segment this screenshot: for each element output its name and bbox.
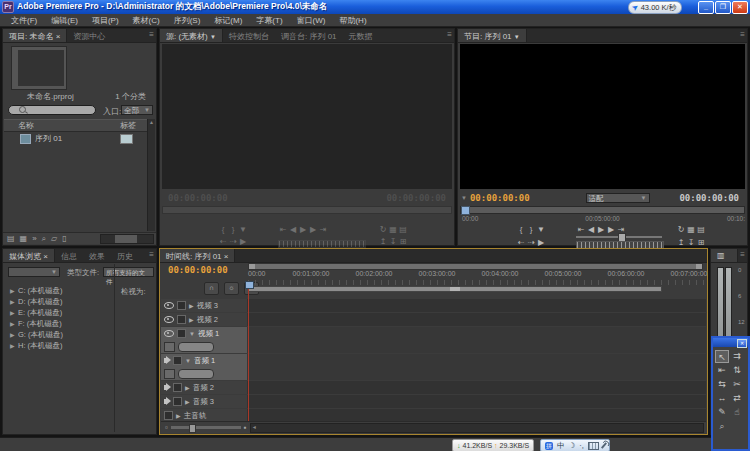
track-lock-toggle[interactable] <box>164 411 173 420</box>
timeline-zoom-scrollbar[interactable] <box>248 263 703 270</box>
step-forward-button[interactable]: ▶ <box>606 225 616 234</box>
ime-settings-icon[interactable] <box>601 442 607 449</box>
expand-triangle-icon[interactable]: ▶ <box>10 309 18 316</box>
panel-menu-icon[interactable]: ≡ <box>740 30 745 39</box>
set-encore-marker-button[interactable]: ☼ <box>224 282 239 295</box>
tab-resource-center[interactable]: 资源中心 <box>67 29 111 42</box>
track-select-tool[interactable]: ⇉ <box>730 350 744 363</box>
toggle-track-output-icon[interactable] <box>164 316 174 323</box>
drive-item[interactable]: ▶D: (本机磁盘) <box>4 296 112 307</box>
tab-timeline[interactable]: 时间线: 序列 01 × <box>160 249 235 262</box>
loop-button[interactable]: ↻ <box>676 225 686 234</box>
soft-keyboard-icon[interactable] <box>588 442 599 450</box>
track-lane[interactable] <box>247 381 706 394</box>
tab-audio-meters[interactable]: ▥ <box>711 249 738 262</box>
set-marker-button[interactable]: ▼ <box>238 225 248 234</box>
timeline-ruler[interactable]: 00:0000:01:00:0000:02:00:0000:03:00:0000… <box>160 270 707 280</box>
track-lock-toggle[interactable] <box>173 383 182 392</box>
toggle-track-output-icon[interactable] <box>164 330 174 337</box>
panel-menu-icon[interactable]: ≡ <box>149 250 154 259</box>
trim-button[interactable]: ⊞ <box>398 237 408 246</box>
collapse-triangle-icon[interactable]: ▶ <box>189 316 194 323</box>
menu-item[interactable]: 标记(M) <box>207 15 249 26</box>
set-in-point-button[interactable]: { <box>218 225 228 234</box>
timeline-horizontal-scrollbar[interactable] <box>250 423 704 433</box>
drive-item[interactable]: ▶G: (本机磁盘) <box>4 329 112 340</box>
ime-punctuation-icon[interactable]: ·, <box>579 441 584 450</box>
step-back-button[interactable]: ◀ <box>288 225 298 234</box>
play-button[interactable]: ▶ <box>596 225 606 234</box>
menu-item[interactable]: 窗口(W) <box>290 15 333 26</box>
safe-margins-button[interactable]: ▦ <box>388 225 398 234</box>
step-forward-button[interactable]: ▶ <box>308 225 318 234</box>
panel-menu-icon[interactable]: ≡ <box>149 30 154 39</box>
zoom-tool[interactable]: ⌕ <box>715 420 729 433</box>
zoom-out-icon[interactable]: ▫ <box>165 423 168 433</box>
expand-triangle-icon[interactable]: ▶ <box>10 342 18 349</box>
slide-tool[interactable]: ⇄ <box>730 392 744 405</box>
ripple-edit-tool[interactable]: ⇤ <box>715 364 729 377</box>
timeline-zoom-slider[interactable] <box>171 426 241 429</box>
extract-button[interactable]: ↧ <box>686 238 696 247</box>
play-in-out-button[interactable]: ▶ <box>238 237 248 246</box>
automate-to-sequence-icon[interactable]: » <box>32 234 36 244</box>
track-lane[interactable] <box>247 327 706 353</box>
track-lane[interactable] <box>247 395 706 408</box>
track-lane[interactable] <box>247 299 706 312</box>
toggle-track-output-icon[interactable] <box>164 358 167 363</box>
expand-triangle-icon[interactable]: ▶ <box>10 331 18 338</box>
toggle-track-output-icon[interactable] <box>164 399 167 404</box>
set-in-point-button[interactable]: { <box>516 225 526 234</box>
work-area-bar[interactable] <box>248 286 662 292</box>
tab-close-icon[interactable]: × <box>56 32 61 41</box>
column-headers[interactable]: 名称 标签 <box>4 119 150 132</box>
new-bin-icon[interactable]: ▱ <box>51 234 57 244</box>
list-view-icon[interactable]: ▤ <box>7 234 15 244</box>
expand-triangle-icon[interactable]: ▶ <box>10 298 18 305</box>
track-lock-toggle[interactable] <box>173 356 182 365</box>
menu-item[interactable]: 字幕(T) <box>249 15 289 26</box>
menu-item[interactable]: 素材(C) <box>126 15 167 26</box>
source-scrub-bar[interactable] <box>162 206 452 214</box>
go-to-in-button[interactable]: ⇤ <box>278 225 288 234</box>
safe-margins-button[interactable]: ▦ <box>686 225 696 234</box>
output-button[interactable]: ▤ <box>398 225 408 234</box>
menu-item[interactable]: 项目(P) <box>85 15 126 26</box>
track-lock-toggle[interactable] <box>177 301 186 310</box>
collapse-triangle-icon[interactable]: ▶ <box>185 384 190 391</box>
rolling-edit-tool[interactable]: ⇅ <box>730 364 744 377</box>
tools-titlebar[interactable]: ✕ <box>713 338 748 347</box>
drive-item[interactable]: ▶C: (本机磁盘) <box>4 285 112 296</box>
drive-item[interactable]: ▶H: (本机磁盘) <box>4 340 112 351</box>
extract-button[interactable]: ↧ <box>388 237 398 246</box>
snap-toggle[interactable]: ∩ <box>204 282 219 295</box>
expand-triangle-icon[interactable]: ▶ <box>10 287 18 294</box>
project-item-sequence[interactable]: 序列 01 <box>4 132 150 145</box>
prev-edit-button[interactable]: ⇠ <box>516 238 526 247</box>
program-scrub-bar[interactable] <box>460 206 745 214</box>
tab-program[interactable]: 节目: 序列 01 ▼ <box>458 29 527 42</box>
project-vertical-scrollbar[interactable]: ▲ <box>147 119 155 231</box>
lift-button[interactable]: ↥ <box>676 238 686 247</box>
jog-control[interactable] <box>278 240 366 248</box>
zoom-level-select[interactable]: 适配▼ <box>586 193 650 203</box>
track-header-5[interactable]: ▶音频 2 <box>161 381 247 394</box>
panel-menu-icon[interactable]: ≡ <box>447 30 452 39</box>
restore-button[interactable]: ❐ <box>715 1 731 14</box>
set-marker-button[interactable]: ▼ <box>536 225 546 234</box>
tab-effects[interactable]: 效果 <box>83 249 111 262</box>
tab-effect-controls[interactable]: 特效控制台 <box>223 29 275 42</box>
menu-item[interactable]: 序列(S) <box>167 15 208 26</box>
icon-view-icon[interactable]: ▦ <box>20 234 28 244</box>
find-icon[interactable]: ⌕ <box>42 234 46 244</box>
tab-project[interactable]: 项目: 未命名 × <box>3 29 67 42</box>
set-display-style-icon[interactable] <box>164 369 175 379</box>
ime-logo-icon[interactable]: 拼 <box>545 442 553 450</box>
track-header-2[interactable]: ▶视频 2 <box>161 313 247 326</box>
loop-button[interactable]: ↻ <box>378 225 388 234</box>
search-input[interactable] <box>8 105 96 115</box>
tab-source[interactable]: 源: (无素材) ▼ <box>160 29 223 42</box>
step-back-button[interactable]: ◀ <box>586 225 596 234</box>
set-out-point-button[interactable]: } <box>228 225 238 234</box>
close-button[interactable]: ✕ <box>732 1 748 14</box>
